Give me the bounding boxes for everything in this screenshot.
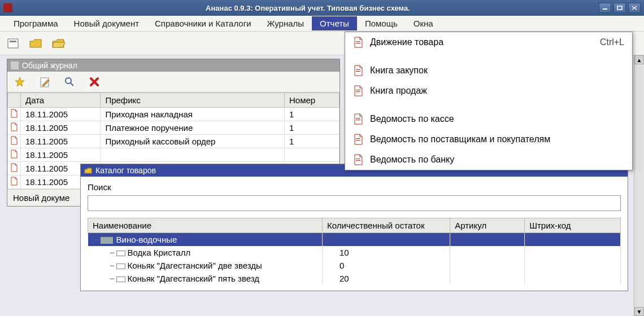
svg-point-9	[66, 78, 71, 84]
journal-icon	[11, 62, 19, 69]
svg-rect-21	[356, 159, 360, 159]
minimize-button[interactable]	[599, 3, 611, 13]
list-item[interactable]: −Коньяк "Дагестанский" две звезды 0	[88, 259, 621, 272]
journal-col-icon[interactable]	[8, 93, 21, 108]
menu-shortcut: Ctrl+L	[600, 37, 624, 47]
cell-number: 1	[284, 135, 339, 148]
menu-reports[interactable]: Отчеты	[312, 16, 357, 30]
document-icon	[10, 136, 18, 145]
catalog-folder-icon	[84, 167, 92, 174]
cell-number: 1	[284, 121, 339, 135]
vertical-scrollbar[interactable]: ▲ ▼	[634, 55, 644, 316]
folder-icon[interactable]	[28, 37, 43, 50]
svg-rect-16	[356, 91, 360, 92]
document-icon	[10, 122, 18, 131]
folder-open-icon[interactable]	[51, 37, 66, 50]
cell-prefix	[101, 148, 285, 162]
menu-separator	[345, 52, 632, 60]
cell-number	[284, 148, 339, 162]
svg-rect-1	[617, 6, 622, 10]
menu-item-label: Ведомость по банку	[370, 155, 624, 165]
table-row[interactable]: 18.11.2005 Приходный кассовый ордер 1	[8, 135, 340, 148]
search-label: Поиск	[88, 182, 621, 192]
cell-name: −Вино-водочные	[88, 233, 323, 247]
journal-toolbar	[7, 72, 340, 93]
svg-rect-22	[356, 160, 360, 161]
svg-rect-20	[356, 140, 360, 141]
catalog-col-art[interactable]: Артикул	[450, 218, 525, 233]
catalog-title-text: Каталог товаров	[95, 166, 156, 175]
report-icon	[353, 85, 363, 96]
window-title: Ананас 0.9.3: Оперативный учет. Типовая …	[17, 4, 599, 12]
cell-name: −Коньяк "Дагестанский" две звезды	[88, 259, 323, 272]
cell-prefix: Приходная накладная	[101, 108, 285, 121]
svg-rect-18	[356, 120, 360, 120]
menu-item[interactable]: Ведомость по поставщикам и покупателям	[345, 129, 632, 150]
leaf-icon	[116, 264, 125, 269]
menu-item-label: Движение товара	[370, 37, 593, 47]
menu-item[interactable]: Книга продаж	[345, 81, 632, 101]
journal-col-prefix[interactable]: Префикс	[101, 93, 285, 108]
leaf-icon	[116, 276, 125, 282]
menu-item[interactable]: Движение товара Ctrl+L	[345, 32, 632, 52]
cell-name: −Водка Кристалл	[88, 246, 323, 259]
list-item[interactable]: −Коньяк "Дагестанский" пять звезд 20	[88, 272, 621, 285]
cell-qty: 0	[322, 259, 450, 272]
journal-col-date[interactable]: Дата	[21, 93, 101, 108]
catalog-group-row[interactable]: −Вино-водочные	[88, 233, 621, 247]
svg-rect-4	[8, 39, 18, 48]
toolbar-icon-1[interactable]	[6, 37, 20, 50]
document-icon	[10, 150, 18, 159]
journal-col-number[interactable]: Номер	[284, 93, 339, 108]
report-icon	[353, 37, 363, 48]
menu-item-label: Книга продаж	[370, 86, 624, 96]
cell-art	[450, 233, 525, 247]
journal-title-text: Общий журнал	[22, 61, 77, 70]
menu-separator	[345, 101, 632, 109]
app-icon	[3, 3, 12, 12]
search-icon[interactable]	[63, 75, 76, 89]
catalog-table: Наименование Количественный остаток Арти…	[88, 218, 621, 285]
catalog-col-qty[interactable]: Количественный остаток	[322, 218, 450, 233]
menu-program[interactable]: Программа	[6, 16, 66, 30]
scroll-down-icon[interactable]: ▼	[634, 307, 644, 316]
menu-windows[interactable]: Окна	[406, 16, 441, 30]
cell-bar	[525, 233, 621, 247]
menu-new-document[interactable]: Новый документ	[66, 16, 147, 30]
reports-dropdown: Движение товара Ctrl+L Книга закупок Кни…	[345, 32, 633, 170]
svg-line-10	[71, 83, 73, 86]
table-row[interactable]: 18.11.2005	[8, 148, 340, 162]
menu-item[interactable]: Ведомость по банку	[345, 150, 632, 170]
svg-rect-13	[356, 69, 360, 70]
scroll-up-icon[interactable]: ▲	[634, 55, 644, 64]
catalog-col-bar[interactable]: Штрих-код	[525, 218, 621, 233]
menu-item[interactable]: Книга закупок	[345, 60, 632, 81]
menu-journals[interactable]: Журналы	[259, 16, 312, 30]
cell-qty: 10	[322, 246, 450, 259]
menu-catalogs[interactable]: Справочники и Каталоги	[147, 16, 259, 30]
table-row[interactable]: 18.11.2005 Платежное поручение 1	[8, 121, 340, 135]
report-icon	[353, 154, 363, 165]
menu-item[interactable]: Ведомость по кассе	[345, 109, 632, 129]
folder-icon	[101, 237, 113, 244]
edit-icon[interactable]	[38, 75, 51, 89]
titlebar: Ананас 0.9.3: Оперативный учет. Типовая …	[0, 0, 644, 16]
list-item[interactable]: −Водка Кристалл 10	[88, 246, 621, 259]
star-icon[interactable]	[13, 75, 27, 89]
cell-name: −Коньяк "Дагестанский" пять звезд	[88, 272, 323, 285]
report-icon	[353, 113, 363, 125]
cell-qty	[322, 233, 450, 247]
menu-help[interactable]: Помощь	[357, 16, 406, 30]
journal-titlebar[interactable]: Общий журнал	[7, 59, 340, 72]
search-input[interactable]	[88, 195, 621, 211]
delete-icon[interactable]	[88, 75, 101, 89]
cell-bar	[525, 259, 621, 272]
catalog-col-name[interactable]: Наименование	[88, 218, 323, 233]
close-button[interactable]	[628, 3, 641, 13]
svg-rect-17	[356, 118, 360, 118]
menu-item-label: Книга закупок	[370, 65, 624, 76]
maximize-button[interactable]	[613, 3, 626, 13]
cell-date: 18.11.2005	[21, 121, 101, 135]
table-row[interactable]: 18.11.2005 Приходная накладная 1	[8, 108, 340, 121]
leaf-icon	[116, 251, 125, 256]
